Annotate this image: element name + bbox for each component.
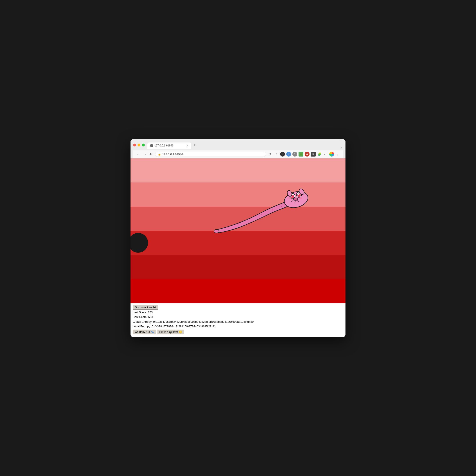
bottom-bar: Disconnect Wallet Last Score: 653 Best S… [131, 303, 345, 337]
tab-title: 127.0.0.1:61946 [154, 144, 186, 147]
game-area: ♥ ♥ ♥ ♥ ♥ ♥ [131, 158, 345, 303]
forward-button[interactable]: → [142, 152, 147, 156]
quarter-button-icon: 🪙 [179, 330, 182, 333]
address-bar: ← → ↻ 🔒 127.0.0.1:61946 ⬆ ☆ U K 1 🌿 A R … [133, 150, 343, 158]
minimize-button[interactable] [137, 144, 140, 146]
close-button[interactable] [133, 144, 136, 146]
disconnect-wallet-button[interactable]: Disconnect Wallet [133, 305, 158, 310]
sidebar-icon[interactable]: ▭ [323, 152, 328, 157]
tab-favicon [150, 144, 153, 147]
svg-text:♥: ♥ [272, 209, 273, 211]
svg-point-13 [298, 194, 299, 195]
svg-text:♥: ♥ [227, 226, 229, 229]
address-field[interactable]: 🔒 127.0.0.1:61946 [155, 152, 266, 157]
toolbar-icons: ⬆ ☆ U K 1 🌿 A R 🧩 ▭ ⋮ [268, 152, 340, 157]
svg-text:♥: ♥ [238, 222, 239, 225]
title-bar: 127.0.0.1:61946 × + ⌄ ← → ↻ 🔒 127.0.0.1:… [131, 139, 345, 158]
tab-dropdown-button[interactable]: ⌄ [340, 145, 343, 149]
snake-character: ♥ ♥ ♥ ♥ ♥ ♥ [214, 187, 310, 237]
r-extension-icon[interactable]: R [311, 152, 316, 157]
global-entropy-row: Gloabl Entropy: 0x123c47957ff624c2984811… [133, 320, 343, 324]
svg-point-12 [297, 193, 301, 197]
lock-icon: 🔒 [158, 153, 161, 156]
stripe-5 [131, 255, 345, 279]
url-text: 127.0.0.1:61946 [162, 153, 183, 156]
new-tab-button[interactable]: + [191, 141, 198, 149]
action-buttons: Go Baby, Go 🐾 Put in a Quarter 🪙 [133, 330, 343, 334]
last-score-row: Last Score: 653 [133, 310, 343, 315]
leaf-extension-icon[interactable]: 🌿 [299, 152, 303, 157]
stripe-1 [131, 158, 345, 183]
one-extension-icon[interactable]: 1 [292, 152, 297, 157]
svg-text:♥: ♥ [261, 213, 262, 215]
svg-text:♥: ♥ [250, 217, 251, 220]
stripe-6 [131, 279, 345, 303]
tab-close-button[interactable]: × [187, 144, 189, 147]
svg-point-14 [293, 198, 298, 201]
put-in-quarter-button[interactable]: Put in a Quarter 🪙 [157, 330, 184, 334]
extensions-icon[interactable]: 🧩 [317, 152, 322, 157]
best-score-row: Best Score: 653 [133, 315, 343, 319]
local-entropy-row: Local Entropy: 0xfa398d672936dcf428116f6… [133, 324, 343, 329]
active-tab[interactable]: 127.0.0.1:61946 × [147, 143, 191, 149]
go-button-label: Go Baby, Go [135, 330, 150, 333]
maximize-button[interactable] [142, 144, 145, 146]
more-options-icon[interactable]: ⋮ [335, 152, 340, 157]
back-button[interactable]: ← [136, 152, 141, 156]
browser-window: 127.0.0.1:61946 × + ⌄ ← → ↻ 🔒 127.0.0.1:… [131, 139, 345, 337]
svg-text:♥: ♥ [281, 205, 282, 207]
share-icon[interactable]: ⬆ [268, 152, 273, 157]
tab-bar: 127.0.0.1:61946 × + ⌄ [147, 141, 343, 149]
svg-point-6 [214, 229, 219, 233]
svg-point-21 [299, 197, 302, 199]
svg-point-20 [289, 197, 292, 199]
bookmark-icon[interactable]: ☆ [274, 152, 279, 157]
go-button-icon: 🐾 [151, 330, 154, 333]
a-extension-icon[interactable]: A [305, 152, 309, 157]
multicolor-icon[interactable] [329, 152, 334, 157]
quarter-button-label: Put in a Quarter [159, 330, 178, 333]
go-baby-go-button[interactable]: Go Baby, Go 🐾 [133, 330, 156, 334]
traffic-lights [133, 144, 145, 146]
ublock-icon[interactable]: U [280, 152, 285, 157]
k-extension-icon[interactable]: K [286, 152, 291, 157]
refresh-button[interactable]: ↻ [149, 152, 153, 156]
